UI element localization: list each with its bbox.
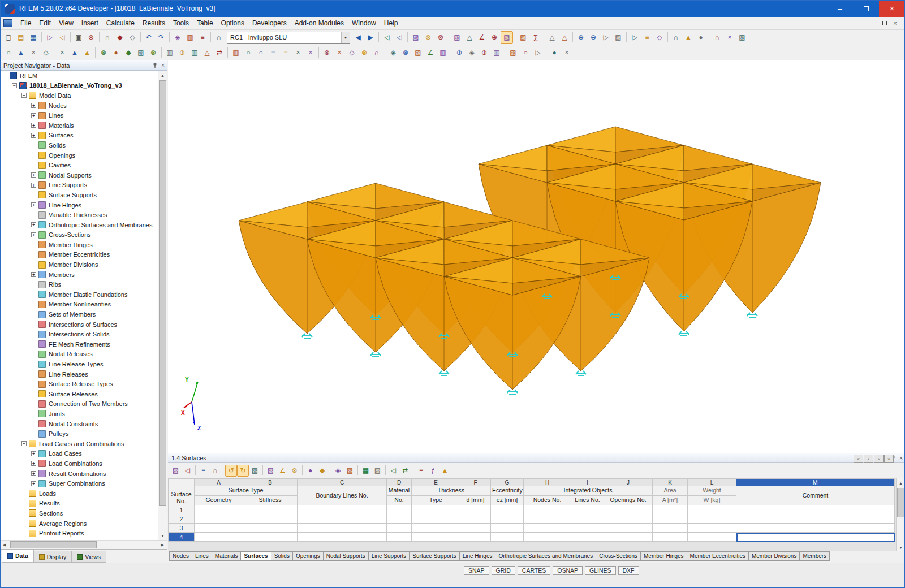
cell-k3[interactable] [653,524,688,533]
cell-h2[interactable] [524,514,571,524]
select-window-icon[interactable]: ▲ [15,46,27,59]
sync-row-icon[interactable]: ∩ [209,465,221,477]
new-line-icon[interactable]: ○ [242,46,255,59]
view-z-icon[interactable]: ∠ [424,46,437,59]
tree-item-variable-thicknesses[interactable]: Variable Thicknesses [0,210,158,220]
scroll-up-icon[interactable]: ▲ [897,478,905,487]
dimension-icon[interactable]: ▨ [507,46,519,59]
rotate-view-icon[interactable]: ≡ [641,31,653,44]
cell-b1[interactable] [243,505,298,514]
redo-icon[interactable]: ↷ [155,31,167,44]
select-line-icon[interactable]: × [27,46,40,59]
cell-e4[interactable] [412,533,460,542]
mdi-minimize-button[interactable]: – [868,20,879,27]
cell-k4[interactable] [653,533,688,542]
table-tab-member-eccentricities[interactable]: Member Eccentricities [687,551,749,561]
tree-item-load-cases-and-combinations[interactable]: −Load Cases and Combinations [0,439,158,449]
table-tab-nodal-supports[interactable]: Nodal Supports [323,551,369,561]
cell-j1[interactable] [604,505,653,514]
cell-e3[interactable] [412,524,460,533]
table-tab-cross-sections[interactable]: Cross-Sections [596,551,641,561]
new-surface-icon[interactable]: ≡ [279,46,292,59]
report-icon[interactable]: △ [558,31,571,44]
expand-box[interactable]: + [31,481,36,486]
colhead-lines-no[interactable]: Lines No. [571,496,604,505]
scrollbar-thumb[interactable] [897,488,904,517]
load-case-dialog-icon[interactable]: ∩ [213,31,225,44]
expand-box[interactable]: + [31,103,36,108]
status-toggle-osnap[interactable]: OSNAP [553,566,583,575]
new-node-icon[interactable]: ▥ [230,46,242,59]
table-tab-orthotropic-surfaces-and-membranes[interactable]: Orthotropic Surfaces and Membranes [495,551,596,561]
colhead-openings-no[interactable]: Openings No. [604,496,653,505]
expand-box[interactable]: + [31,451,36,456]
snap-node-icon[interactable]: × [56,46,68,59]
menu-file[interactable]: File [16,18,35,29]
scroll-down-icon[interactable]: ▼ [897,543,905,552]
display-properties-icon[interactable]: ● [548,46,561,59]
colgroup-surface-type[interactable]: Surface Type [195,486,298,496]
show-mesh-icon[interactable]: ∠ [476,31,488,44]
visibility-icon[interactable]: ▲ [682,31,695,44]
menu-table[interactable]: Table [193,18,217,29]
tree-item-pulleys[interactable]: Pulleys [0,429,158,439]
combo-dropdown-icon[interactable]: ▼ [341,32,350,43]
export-excel-icon[interactable]: ▦ [360,465,372,477]
plane-yz-icon[interactable]: ▥ [490,46,503,59]
table-tab-line-hinges[interactable]: Line Hinges [459,551,496,561]
maximize-button[interactable] [853,0,879,17]
cell-m1[interactable] [736,505,895,514]
cut-row-icon[interactable]: ⊗ [288,465,300,477]
collapse-box[interactable]: − [12,83,17,88]
navigator-icon[interactable]: ▧ [736,31,748,44]
tree-item-results[interactable]: Results [0,499,158,509]
model-viewport[interactable]: YXZ [168,60,905,453]
tree-item-surface-supports[interactable]: Surface Supports [0,190,158,200]
tree-item-loads[interactable]: Loads [0,488,158,499]
new-opening-icon[interactable]: × [292,46,304,59]
expand-box[interactable]: + [31,202,36,207]
colhead-boundary-lines-no[interactable]: Boundary Lines No. [298,486,387,505]
max-values-icon[interactable]: ⊗ [434,31,447,44]
colhead-stiffness[interactable]: Stiffness [243,496,298,505]
insert-picture-icon[interactable]: ◁ [387,465,399,477]
tree-item-lines[interactable]: +Lines [0,110,158,120]
move-copy-icon[interactable]: ⊗ [97,46,110,59]
row-header-4[interactable]: 4 [169,533,195,542]
cell-d1[interactable] [387,505,412,514]
units-settings-icon[interactable]: ≡ [415,465,427,477]
col-letter-h[interactable]: H [524,479,571,486]
col-letter-c[interactable]: C [298,479,387,486]
tree-item-average-regions[interactable]: Average Regions [0,518,158,529]
panel-icon[interactable]: ∩ [711,31,723,44]
tree-item-18018-labiennale-votrong-v3[interactable]: −18018_LaBiennale_VoTrong_v3 [0,81,158,91]
menu-results[interactable]: Results [139,18,169,29]
cell-j3[interactable] [604,524,653,533]
minimize-button[interactable]: – [827,0,853,17]
delete-row-icon[interactable]: ∠ [277,465,288,477]
cell-d4[interactable] [387,533,412,542]
cell-m4[interactable] [736,533,895,542]
tree-item-surface-release-types[interactable]: Surface Release Types [0,379,158,389]
to-first-icon[interactable]: ◁ [381,31,393,44]
edit-on-icon[interactable]: ▨ [170,465,182,477]
colhead-eccentricity[interactable]: Eccentricity [491,486,524,496]
format-brush-icon[interactable]: ◆ [114,31,126,44]
mdi-close-button[interactable]: × [890,20,900,27]
show-supports-icon[interactable]: △ [463,31,476,44]
fx-icon[interactable]: ƒ [427,465,439,477]
colhead-w-kg[interactable]: W [kg] [688,496,736,505]
show-values-icon[interactable]: ⊗ [422,31,434,44]
render-solid-icon[interactable]: ▥ [184,31,196,44]
zoom-out2-icon[interactable]: ◇ [346,46,358,59]
zoom-in2-icon[interactable]: × [333,46,346,59]
menu-window[interactable]: Window [348,18,380,29]
cell-f4[interactable] [460,533,491,542]
tree-item-line-supports[interactable]: +Line Supports [0,180,158,191]
filter-results-icon[interactable]: ▲ [439,465,451,477]
new-member-icon[interactable]: × [304,46,317,59]
show-numbering-icon[interactable]: ⊕ [488,31,501,44]
new-icon[interactable]: ▢ [2,31,15,44]
close-button[interactable]: × [879,0,905,17]
cell-f2[interactable] [460,514,491,524]
